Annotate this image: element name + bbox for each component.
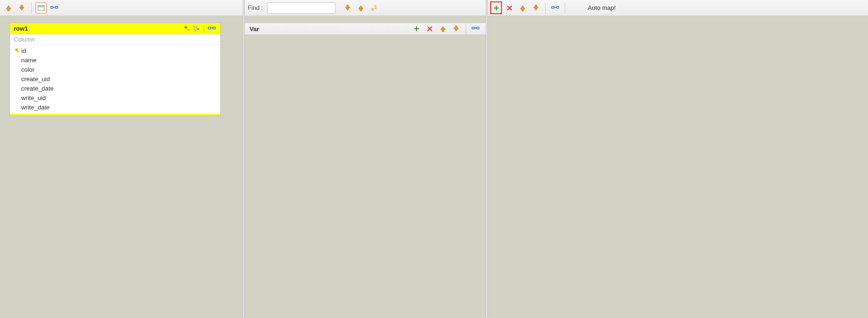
map-icon [472, 25, 479, 32]
var-map-button[interactable] [470, 23, 481, 34]
toolbar-separator [466, 24, 466, 34]
row-card-footer [10, 114, 220, 116]
column-item[interactable]: create_date [10, 84, 220, 93]
svg-rect-6 [184, 27, 187, 28]
highlight-all-button[interactable] [368, 2, 380, 14]
map-icon [50, 5, 58, 11]
column-item[interactable]: write_date [10, 102, 220, 112]
highlight-icon [370, 5, 378, 11]
svg-rect-21 [552, 6, 554, 8]
var-bar: Var [245, 23, 486, 35]
find-prev-button[interactable] [355, 2, 367, 14]
toolbar-separator [565, 3, 565, 13]
plus-down-icon [184, 25, 190, 32]
remove-button[interactable] [504, 2, 515, 14]
toolbar-separator [545, 3, 546, 13]
right-up-button[interactable] [517, 2, 528, 14]
var-remove-button[interactable] [424, 23, 435, 34]
svg-rect-17 [477, 27, 479, 29]
x-icon [507, 5, 512, 11]
column-subheader-label: Column [14, 36, 35, 43]
column-item[interactable]: color [10, 65, 220, 74]
move-up-button[interactable] [3, 2, 14, 14]
header-separator [204, 25, 204, 33]
column-label: write_date [21, 104, 50, 111]
arrow-down-icon [453, 25, 459, 32]
svg-rect-2 [51, 6, 53, 8]
arrow-up-icon [440, 25, 446, 32]
panel-icon [38, 5, 44, 11]
find-input[interactable] [267, 2, 335, 14]
svg-rect-13 [17, 50, 19, 52]
arrow-up-icon [358, 5, 364, 11]
column-item[interactable]: name [10, 55, 220, 65]
right-toolbar: Auto map! [488, 0, 868, 16]
map-icon [208, 25, 216, 32]
filter-button[interactable] [192, 24, 201, 33]
column-label: color [21, 66, 34, 73]
svg-rect-20 [494, 8, 499, 8]
svg-rect-3 [56, 6, 58, 8]
column-item[interactable]: id [10, 46, 220, 55]
right-down-button[interactable] [530, 2, 542, 14]
column-label: write_uid [21, 94, 46, 101]
move-down-button[interactable] [16, 2, 27, 14]
arrow-down-icon [18, 5, 25, 11]
column-item[interactable]: write_uid [10, 93, 220, 102]
column-label: create_date [21, 85, 54, 92]
arrow-up-icon [519, 5, 526, 11]
middle-toolbar: Find : [245, 0, 486, 16]
arrow-up-icon [5, 5, 12, 11]
var-down-button[interactable] [451, 23, 462, 34]
column-subheader: Column [10, 34, 220, 45]
row-card: row1 Column idnamecolorcreat [9, 23, 221, 116]
svg-rect-15 [414, 28, 419, 29]
left-content: row1 Column idnamecolorcreat [0, 16, 243, 318]
svg-rect-22 [557, 6, 559, 8]
plus-icon [414, 26, 419, 32]
toolbar-separator [31, 3, 32, 13]
panel-view-button[interactable] [35, 2, 47, 14]
arrow-down-icon [344, 5, 351, 11]
svg-rect-9 [209, 27, 211, 29]
right-pane: Auto map! [488, 0, 868, 318]
column-label: create_uid [21, 75, 50, 83]
add-button[interactable] [491, 2, 502, 14]
find-next-button[interactable] [342, 2, 353, 14]
left-toolbar [0, 0, 243, 16]
middle-pane: Find : Var [245, 0, 486, 318]
map-view-button[interactable] [49, 2, 60, 14]
svg-rect-16 [472, 27, 475, 29]
column-label: id [21, 47, 26, 54]
var-add-button[interactable] [411, 23, 422, 34]
automap-button[interactable]: Auto map! [588, 4, 616, 11]
right-map-button[interactable] [550, 2, 561, 14]
funnel-plus-icon [193, 25, 200, 32]
var-up-button[interactable] [437, 23, 449, 34]
svg-rect-10 [213, 27, 216, 29]
svg-rect-1 [38, 5, 44, 7]
row-card-header[interactable]: row1 [10, 23, 220, 34]
x-icon [427, 26, 433, 32]
key-icon [14, 48, 21, 53]
arrow-down-icon [533, 5, 539, 11]
column-label: name [21, 57, 37, 64]
plus-icon [493, 5, 499, 11]
left-pane: row1 Column idnamecolorcreat [0, 0, 243, 318]
map-icon [551, 5, 559, 11]
find-label: Find : [248, 4, 263, 11]
column-list: idnamecolorcreate_uidcreate_datewrite_ui… [10, 45, 220, 114]
column-item[interactable]: create_uid [10, 74, 220, 84]
add-column-button[interactable] [182, 24, 192, 33]
row-title: row1 [14, 25, 28, 32]
var-label: Var [250, 25, 259, 33]
svg-rect-8 [198, 28, 199, 30]
map-columns-button[interactable] [207, 24, 217, 33]
